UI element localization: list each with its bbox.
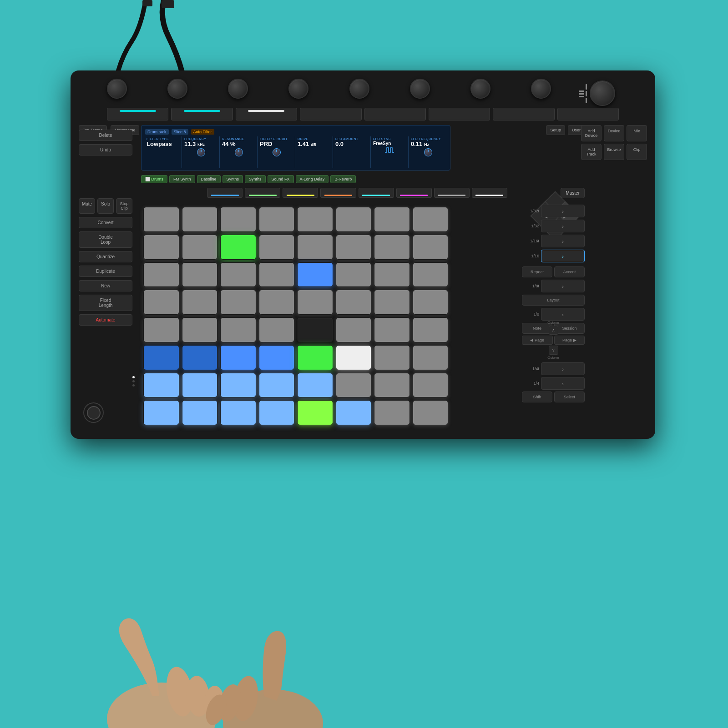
pad-0-7[interactable]	[413, 207, 449, 232]
page-left-button[interactable]: ◀ Page	[522, 336, 553, 345]
timing-btn-8t[interactable]: ›	[541, 280, 585, 292]
timing-btn-16[interactable]: ›	[541, 250, 585, 262]
pad-3-2[interactable]	[220, 290, 256, 315]
pad-7-6[interactable]	[374, 400, 410, 425]
timing-btn-4t[interactable]: ›	[541, 362, 585, 375]
setup-button[interactable]: Setup	[546, 125, 565, 135]
pad-3-0[interactable]	[143, 290, 179, 315]
pad-2-1[interactable]	[182, 262, 218, 287]
delete-button[interactable]: Delete	[79, 130, 132, 141]
track-drums[interactable]: ⬜ Drums	[141, 175, 167, 183]
pad-0-6[interactable]	[374, 207, 410, 232]
pad-5-2[interactable]	[220, 345, 256, 370]
clip-button[interactable]: Clip	[627, 144, 647, 160]
mute-button[interactable]: Mute	[79, 198, 95, 214]
pad-7-7[interactable]	[413, 400, 449, 425]
pad-3-3[interactable]	[259, 290, 295, 315]
pad-7-4[interactable]	[297, 400, 333, 425]
pad-2-5[interactable]	[336, 262, 372, 287]
track-synths-1[interactable]: Synths	[222, 175, 243, 183]
scene-btn-2[interactable]	[245, 188, 280, 198]
pad-4-5[interactable]	[336, 317, 372, 342]
resonance-mini-knob[interactable]	[235, 148, 243, 156]
octave-down-button[interactable]: ∨	[549, 346, 558, 355]
undo-button[interactable]: Undo	[79, 144, 132, 156]
transport-btn-3[interactable]	[236, 108, 297, 120]
pad-6-7[interactable]	[413, 373, 449, 398]
page-right-button[interactable]: Page ▶	[554, 336, 585, 345]
lfo-freq-mini-knob[interactable]	[424, 148, 432, 156]
new-button[interactable]: New	[79, 280, 132, 291]
pad-6-3[interactable]	[259, 373, 295, 398]
knob-master[interactable]	[590, 80, 615, 106]
pad-7-2[interactable]	[220, 400, 256, 425]
transport-btn-1[interactable]	[107, 108, 168, 120]
stop-clip-button[interactable]: StopClip	[116, 198, 132, 214]
track-sound-fx[interactable]: Sound FX	[268, 175, 294, 183]
pad-2-0[interactable]	[143, 262, 179, 287]
timing-btn-16t[interactable]: ›	[541, 235, 585, 247]
pad-0-5[interactable]	[336, 207, 372, 232]
frequency-mini-knob[interactable]	[197, 148, 205, 156]
scene-btn-1[interactable]	[207, 188, 243, 198]
pad-1-6[interactable]	[374, 235, 410, 260]
pad-6-4[interactable]	[297, 373, 333, 398]
duplicate-button[interactable]: Duplicate	[79, 266, 132, 277]
pad-2-4[interactable]	[297, 262, 333, 287]
scene-btn-5[interactable]	[359, 188, 394, 198]
scene-btn-4[interactable]	[320, 188, 356, 198]
pad-4-2[interactable]	[220, 317, 256, 342]
pad-7-0[interactable]	[143, 400, 179, 425]
pad-1-1[interactable]	[182, 235, 218, 260]
track-bassline[interactable]: Bassline	[197, 175, 221, 183]
scene-btn-6[interactable]	[396, 188, 432, 198]
select-button[interactable]: Select	[554, 392, 585, 402]
knob-3[interactable]	[228, 79, 248, 99]
pad-6-2[interactable]	[220, 373, 256, 398]
timing-btn-8[interactable]: ›	[541, 308, 585, 321]
pad-5-3[interactable]	[259, 345, 295, 370]
pad-3-7[interactable]	[413, 290, 449, 315]
pad-6-6[interactable]	[374, 373, 410, 398]
knob-8[interactable]	[531, 79, 551, 99]
pad-7-5[interactable]	[336, 400, 372, 425]
mix-button[interactable]: Mix	[627, 125, 647, 141]
pad-0-3[interactable]	[259, 207, 295, 232]
pad-5-5[interactable]	[336, 345, 372, 370]
transport-btn-2[interactable]	[171, 108, 233, 120]
shift-button[interactable]: Shift	[522, 392, 552, 402]
circle-button[interactable]	[83, 402, 104, 423]
knob-6[interactable]	[410, 79, 430, 99]
pad-4-6[interactable]	[374, 317, 410, 342]
pad-0-2[interactable]	[220, 207, 256, 232]
track-synths-2[interactable]: Synths	[245, 175, 266, 183]
pad-7-1[interactable]	[182, 400, 218, 425]
accent-button[interactable]: Accent	[554, 266, 585, 277]
scene-btn-3[interactable]	[283, 188, 318, 198]
transport-btn-4[interactable]	[300, 108, 361, 120]
pad-2-7[interactable]	[413, 262, 449, 287]
knob-1[interactable]	[107, 79, 127, 99]
timing-btn-4[interactable]: ›	[541, 377, 585, 390]
knob-7[interactable]	[470, 79, 490, 99]
pad-2-6[interactable]	[374, 262, 410, 287]
knob-5[interactable]	[349, 79, 369, 99]
pad-3-6[interactable]	[374, 290, 410, 315]
repeat-button[interactable]: Repeat	[522, 266, 552, 277]
pad-1-4[interactable]	[297, 235, 333, 260]
pad-0-0[interactable]	[143, 207, 179, 232]
pad-1-5[interactable]	[336, 235, 372, 260]
device-button[interactable]: Device	[604, 125, 624, 141]
automate-button[interactable]: Automate	[79, 314, 132, 326]
double-loop-button[interactable]: DoubleLoop	[79, 231, 132, 248]
pad-3-4[interactable]	[297, 290, 333, 315]
layout-button[interactable]: Layout	[522, 295, 585, 306]
pad-5-4[interactable]	[297, 345, 333, 370]
pad-1-2[interactable]	[220, 235, 256, 260]
scene-btn-7[interactable]	[434, 188, 470, 198]
pad-6-5[interactable]	[336, 373, 372, 398]
track-fm-synth[interactable]: FM Synth	[169, 175, 195, 183]
knob-2[interactable]	[167, 79, 187, 99]
track-a-long-delay[interactable]: A-Long Delay	[296, 175, 329, 183]
transport-btn-5[interactable]	[364, 108, 426, 120]
